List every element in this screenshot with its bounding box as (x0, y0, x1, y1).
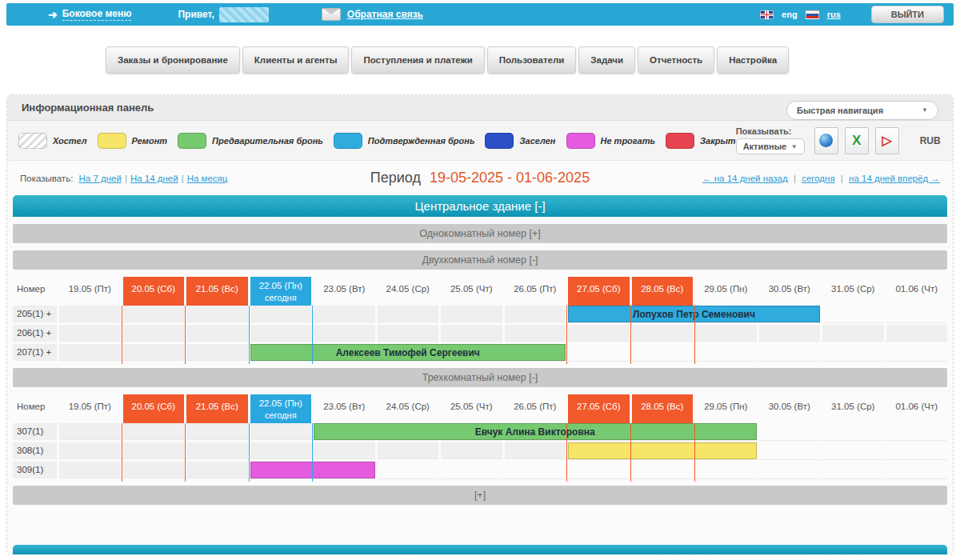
day-cell[interactable] (378, 442, 439, 459)
day-cell[interactable] (695, 478, 757, 479)
day-cell[interactable] (59, 423, 121, 440)
section-header-1[interactable]: Двухкомнатный номер [-] (13, 250, 947, 270)
section-header-0[interactable]: Однокомнатный номер [+] (13, 224, 947, 243)
logout-button[interactable]: ВЫЙТИ (871, 6, 944, 23)
range-link-2[interactable]: На месяц (187, 174, 228, 183)
day-cell[interactable] (695, 440, 757, 441)
day-cell[interactable] (568, 325, 630, 342)
day-cell[interactable] (123, 325, 185, 342)
next-building-header-partial[interactable] (13, 545, 947, 554)
feedback-link[interactable]: Обратная связь (347, 9, 423, 20)
forward-14-days-link[interactable]: на 14 дней вперёд → (849, 174, 940, 183)
day-cell[interactable] (505, 478, 566, 479)
ru-flag-icon[interactable] (806, 10, 819, 19)
day-cell[interactable] (441, 478, 502, 479)
day-cell[interactable] (632, 478, 694, 479)
tab-5[interactable]: Отчетность (638, 46, 714, 74)
day-cell[interactable] (378, 440, 439, 441)
day-cell[interactable] (632, 325, 694, 342)
day-cell[interactable] (886, 361, 948, 362)
day-cell[interactable] (441, 361, 502, 362)
day-cell[interactable] (123, 344, 185, 361)
day-cell[interactable] (695, 325, 757, 342)
day-cell[interactable] (250, 325, 312, 342)
day-cell[interactable] (568, 440, 630, 441)
excel-export-icon[interactable]: X (845, 127, 869, 154)
day-cell[interactable] (441, 440, 502, 441)
day-cell[interactable] (123, 442, 185, 459)
day-cell[interactable] (250, 442, 312, 459)
day-cell[interactable] (378, 361, 439, 362)
section-header-3[interactable]: [+] (13, 486, 947, 505)
day-cell[interactable] (186, 462, 248, 478)
day-cell[interactable] (441, 325, 502, 342)
day-cell[interactable] (632, 322, 694, 323)
day-cell[interactable] (314, 361, 375, 362)
lang-eng[interactable]: eng (782, 10, 798, 19)
day-cell[interactable] (759, 440, 821, 441)
booking-bar-preliminary[interactable]: Алексеев Тимофей Сергеевич (250, 344, 566, 361)
day-cell[interactable] (695, 459, 757, 460)
day-cell[interactable] (59, 306, 121, 322)
tab-1[interactable]: Клиенты и агенты (242, 46, 350, 74)
side-menu-link[interactable]: Боковое меню (62, 8, 132, 21)
day-cell[interactable] (314, 442, 375, 459)
day-cell[interactable] (441, 442, 502, 459)
room-number[interactable]: 206(1) + (13, 325, 57, 342)
day-cell[interactable] (314, 440, 375, 441)
quick-nav-select[interactable]: Быстрая навигация ▼ (786, 101, 938, 120)
back-14-days-link[interactable]: ← на 14 дней назад (702, 174, 788, 183)
day-cell[interactable] (822, 322, 884, 323)
day-cell[interactable] (186, 442, 248, 459)
day-cell[interactable] (123, 306, 185, 322)
day-cell[interactable] (250, 361, 312, 362)
section-header-2[interactable]: Трехкомнатный номер [-] (13, 368, 947, 387)
day-cell[interactable] (314, 306, 375, 322)
day-cell[interactable] (59, 344, 121, 361)
day-cell[interactable] (378, 306, 439, 322)
day-cell[interactable] (568, 459, 630, 460)
day-cell[interactable] (822, 478, 884, 479)
day-cell[interactable] (441, 306, 502, 322)
day-cell[interactable] (250, 423, 312, 440)
day-cell[interactable] (568, 478, 630, 479)
day-cell[interactable] (186, 423, 248, 440)
lang-rus[interactable]: rus (827, 10, 841, 19)
day-cell[interactable] (568, 322, 630, 323)
booking-bar-repair[interactable] (568, 442, 757, 459)
day-cell[interactable] (695, 322, 757, 323)
day-cell[interactable] (632, 459, 694, 460)
day-cell[interactable] (886, 440, 948, 441)
day-cell[interactable] (314, 478, 375, 479)
today-link[interactable]: сегодня (802, 174, 835, 183)
day-cell[interactable] (759, 361, 821, 362)
tab-3[interactable]: Пользователи (487, 46, 577, 74)
day-cell[interactable] (186, 325, 248, 342)
day-cell[interactable] (505, 361, 566, 362)
day-cell[interactable] (759, 325, 821, 342)
tab-2[interactable]: Поступления и платежи (351, 46, 484, 74)
day-cell[interactable] (886, 459, 948, 460)
day-cell[interactable] (505, 325, 566, 342)
room-number[interactable]: 207(1) + (13, 344, 57, 361)
building-header[interactable]: Центральное здание [-] (13, 195, 947, 217)
status-filter-select[interactable]: Активные ▼ (736, 138, 805, 154)
room-number[interactable]: 308(1) (13, 442, 57, 459)
day-cell[interactable] (186, 306, 248, 322)
day-cell[interactable] (822, 325, 884, 342)
range-link-0[interactable]: На 7 дней (79, 174, 122, 183)
day-cell[interactable] (59, 325, 121, 342)
tab-4[interactable]: Задачи (578, 46, 635, 74)
day-cell[interactable] (822, 459, 884, 460)
room-number[interactable]: 205(1) + (13, 306, 57, 322)
day-cell[interactable] (505, 442, 566, 459)
range-link-1[interactable]: На 14 дней (130, 174, 178, 183)
day-cell[interactable] (505, 306, 566, 322)
uk-flag-icon[interactable] (760, 10, 774, 19)
day-cell[interactable] (59, 462, 121, 478)
day-cell[interactable] (505, 440, 566, 441)
day-cell[interactable] (250, 478, 312, 479)
pdf-export-icon[interactable]: ▷ (875, 127, 899, 154)
day-cell[interactable] (695, 361, 757, 362)
html-export-icon[interactable] (814, 127, 838, 154)
